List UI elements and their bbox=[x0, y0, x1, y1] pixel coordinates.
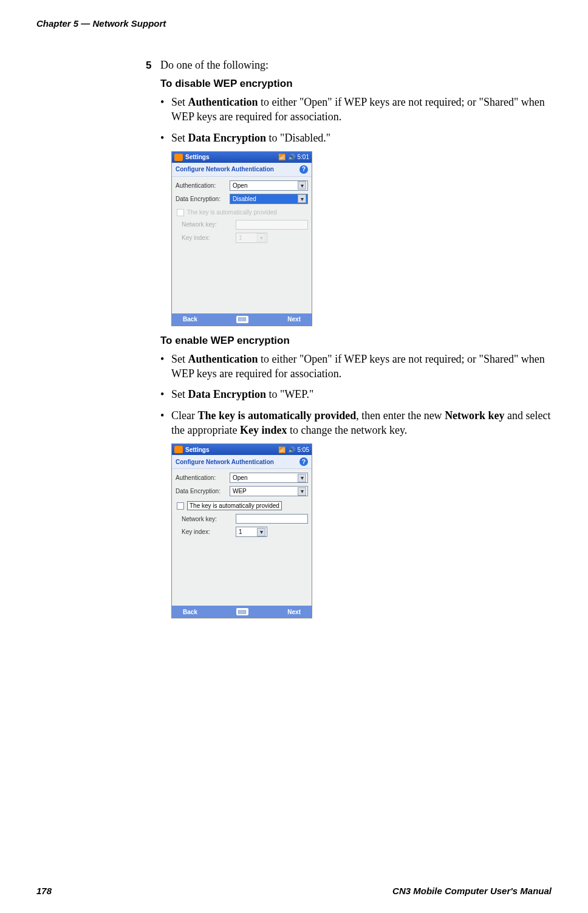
encryption-label: Data Encryption: bbox=[176, 488, 227, 494]
page-footer: 178 CN3 Mobile Computer User's Manual bbox=[36, 886, 552, 896]
bullet-text: Set Authentication to either "Open" if W… bbox=[171, 352, 552, 381]
keyboard-icon[interactable] bbox=[236, 608, 248, 615]
text-fragment: to change the network key. bbox=[287, 424, 407, 436]
auto-key-label: The key is automatically provided bbox=[187, 209, 277, 216]
screenshot-enable-wep: Settings 📶 🔊 5:05 Configure Network Auth… bbox=[171, 443, 312, 618]
bullet-dot: • bbox=[160, 132, 171, 145]
bullet-enable-clear: • Clear The key is automatically provide… bbox=[160, 408, 552, 438]
select-value: Open bbox=[233, 182, 247, 189]
title: Settings bbox=[185, 154, 276, 160]
network-key-input bbox=[236, 220, 308, 230]
bottom-bar: Back Next bbox=[172, 606, 312, 618]
authentication-select[interactable]: Open ▾ bbox=[230, 473, 308, 483]
auto-key-label: The key is automatically provided bbox=[187, 501, 282, 510]
step-text: Do one of the following: bbox=[160, 59, 268, 72]
key-index-select: 1 ▾ bbox=[236, 233, 267, 243]
network-key-label: Network key: bbox=[182, 221, 233, 228]
bold-authentication: Authentication bbox=[188, 96, 258, 108]
back-button[interactable]: Back bbox=[183, 609, 197, 615]
screenshot-disable-wep: Settings 📶 🔊 5:01 Configure Network Auth… bbox=[171, 151, 312, 326]
bullet-text: Set Data Encryption to "WEP." bbox=[171, 387, 313, 402]
bold-authentication: Authentication bbox=[188, 353, 258, 365]
speaker-icon: 🔊 bbox=[288, 446, 295, 453]
network-key-label: Network key: bbox=[182, 516, 233, 522]
chapter-header: Chapter 5 — Network Support bbox=[36, 18, 552, 29]
select-value: WEP bbox=[233, 488, 247, 494]
text-fragment: Set bbox=[171, 132, 188, 144]
speaker-icon: 🔊 bbox=[288, 154, 295, 160]
key-index-label: Key index: bbox=[182, 234, 233, 241]
dialog-body: Authentication: Open ▾ Data Encryption: … bbox=[172, 177, 312, 313]
auto-key-checkbox bbox=[177, 209, 184, 216]
titlebar: Settings 📶 🔊 5:01 bbox=[172, 152, 312, 163]
encryption-select[interactable]: Disabled ▾ bbox=[230, 194, 308, 204]
titlebar: Settings 📶 🔊 5:05 bbox=[172, 444, 312, 455]
bullet-disable-auth: • Set Authentication to either "Open" if… bbox=[160, 95, 552, 125]
text-fragment: to "WEP." bbox=[266, 388, 313, 400]
bottom-bar: Back Next bbox=[172, 313, 312, 326]
encryption-select[interactable]: WEP ▾ bbox=[230, 486, 308, 496]
select-value: 1 bbox=[239, 234, 242, 241]
auto-key-checkbox[interactable] bbox=[177, 502, 184, 510]
subheader: Configure Network Authentication ? bbox=[172, 163, 312, 177]
bullet-dot: • bbox=[160, 388, 171, 401]
subheader-title: Configure Network Authentication bbox=[176, 459, 274, 465]
chevron-down-icon: ▾ bbox=[298, 194, 306, 203]
authentication-label: Authentication: bbox=[176, 474, 227, 481]
signal-icon: 📶 bbox=[278, 154, 285, 160]
encryption-label: Data Encryption: bbox=[176, 196, 227, 202]
bold-key-index: Key index bbox=[240, 424, 287, 436]
text-fragment: to "Disabled." bbox=[266, 132, 330, 144]
chevron-down-icon: ▾ bbox=[257, 528, 265, 536]
enable-heading: To enable WEP encryption bbox=[160, 335, 552, 347]
bullet-dot: • bbox=[160, 353, 171, 366]
text-fragment: Clear bbox=[171, 409, 197, 422]
bold-network-key: Network key bbox=[445, 409, 504, 422]
authentication-label: Authentication: bbox=[176, 182, 227, 189]
help-icon[interactable]: ? bbox=[299, 165, 308, 174]
network-key-input[interactable] bbox=[236, 514, 308, 524]
key-index-label: Key index: bbox=[182, 528, 233, 535]
bullet-dot: • bbox=[160, 409, 171, 422]
manual-title: CN3 Mobile Computer User's Manual bbox=[392, 886, 552, 896]
chevron-down-icon: ▾ bbox=[298, 181, 306, 190]
back-button[interactable]: Back bbox=[183, 316, 197, 323]
select-value: 1 bbox=[239, 528, 242, 535]
bullet-text: Set Authentication to either "Open" if W… bbox=[171, 95, 552, 125]
chevron-down-icon: ▾ bbox=[298, 487, 306, 496]
next-button[interactable]: Next bbox=[287, 609, 301, 615]
bullet-enable-encryption: • Set Data Encryption to "WEP." bbox=[160, 387, 552, 402]
select-value: Disabled bbox=[233, 196, 256, 202]
next-button[interactable]: Next bbox=[287, 316, 301, 323]
status-icons: 📶 🔊 5:05 bbox=[278, 446, 309, 453]
clock: 5:05 bbox=[298, 446, 309, 453]
authentication-select[interactable]: Open ▾ bbox=[230, 180, 308, 191]
help-icon[interactable]: ? bbox=[299, 457, 308, 466]
page-number: 178 bbox=[36, 886, 52, 896]
bullet-disable-encryption: • Set Data Encryption to "Disabled." bbox=[160, 131, 552, 145]
bold-data-encryption: Data Encryption bbox=[188, 132, 267, 144]
clock: 5:01 bbox=[298, 154, 309, 160]
windows-flag-icon bbox=[174, 446, 183, 453]
key-index-select[interactable]: 1 ▾ bbox=[236, 527, 267, 537]
dialog-body: Authentication: Open ▾ Data Encryption: … bbox=[172, 469, 312, 606]
signal-icon: 📶 bbox=[278, 446, 285, 453]
select-value: Open bbox=[233, 474, 247, 481]
title: Settings bbox=[185, 446, 276, 453]
step-number: 5 bbox=[146, 60, 160, 72]
subheader: Configure Network Authentication ? bbox=[172, 455, 312, 469]
bullet-text: Set Data Encryption to "Disabled." bbox=[171, 131, 330, 145]
subheader-title: Configure Network Authentication bbox=[176, 166, 274, 173]
disable-heading: To disable WEP encryption bbox=[160, 78, 552, 90]
text-fragment: Set bbox=[171, 96, 188, 108]
text-fragment: Set bbox=[171, 353, 188, 365]
text-fragment: Set bbox=[171, 388, 188, 400]
windows-flag-icon bbox=[174, 154, 183, 161]
text-fragment: , then enter the new bbox=[356, 409, 445, 422]
keyboard-icon[interactable] bbox=[236, 316, 248, 323]
bullet-dot: • bbox=[160, 96, 171, 109]
chevron-down-icon: ▾ bbox=[298, 474, 306, 482]
bullet-text: Clear The key is automatically provided,… bbox=[171, 408, 552, 438]
bold-data-encryption: Data Encryption bbox=[188, 388, 267, 400]
chevron-down-icon: ▾ bbox=[257, 233, 265, 242]
